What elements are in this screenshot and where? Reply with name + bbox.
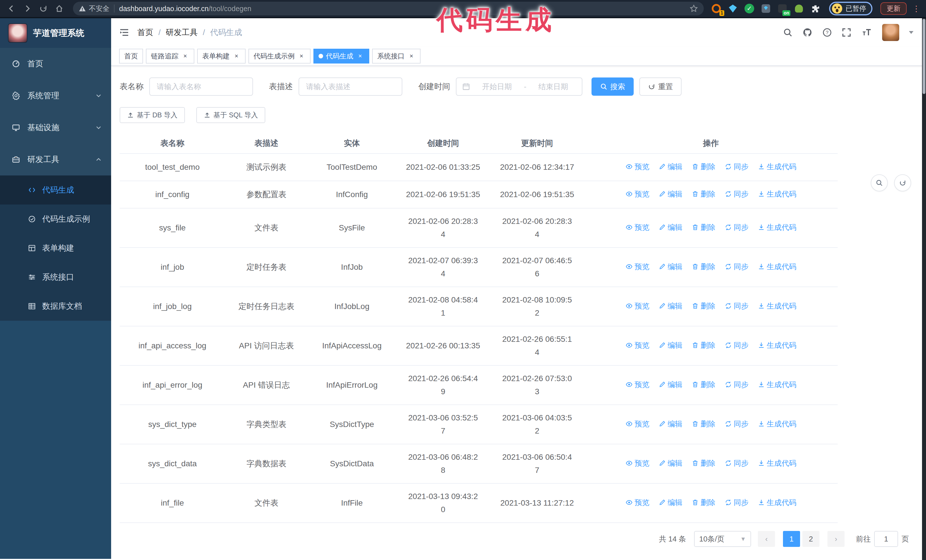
action-delete[interactable]: 删除 <box>691 187 716 201</box>
action-generate[interactable]: 生成代码 <box>758 160 796 173</box>
action-preview[interactable]: 预览 <box>625 260 649 273</box>
submenu-item-1[interactable]: 代码生成示例 <box>0 205 111 234</box>
action-edit[interactable]: 编辑 <box>658 339 682 352</box>
browser-profile-chip[interactable]: 已暂停 <box>829 2 872 15</box>
action-edit[interactable]: 编辑 <box>658 496 682 509</box>
extension-icon-dark[interactable]: on <box>777 3 788 14</box>
action-sync[interactable]: 同步 <box>725 457 749 470</box>
forward-icon[interactable] <box>21 2 34 15</box>
action-sync[interactable]: 同步 <box>725 221 749 234</box>
submenu-item-4[interactable]: 数据库文档 <box>0 292 111 321</box>
kebab-menu-icon[interactable]: ⋮ <box>912 4 920 14</box>
close-icon[interactable]: × <box>181 52 189 60</box>
action-preview[interactable]: 预览 <box>625 339 649 352</box>
security-warning[interactable]: 不安全 <box>79 4 109 13</box>
bookmark-star-icon[interactable] <box>690 4 698 13</box>
page-size-select[interactable]: 10条/页 ▼ <box>694 531 751 547</box>
action-sync[interactable]: 同步 <box>725 496 749 509</box>
action-sync[interactable]: 同步 <box>725 260 749 273</box>
action-preview[interactable]: 预览 <box>625 378 649 391</box>
action-sync[interactable]: 同步 <box>725 187 749 201</box>
import-sql-button[interactable]: 基于 SQL 导入 <box>196 107 265 123</box>
action-generate[interactable]: 生成代码 <box>758 187 796 201</box>
action-preview[interactable]: 预览 <box>625 160 649 173</box>
action-delete[interactable]: 删除 <box>691 378 716 391</box>
action-edit[interactable]: 编辑 <box>658 187 682 201</box>
close-icon[interactable]: × <box>298 52 306 60</box>
action-sync[interactable]: 同步 <box>725 160 749 173</box>
action-delete[interactable]: 删除 <box>691 299 716 312</box>
chevron-down-icon[interactable] <box>909 31 914 36</box>
prev-page-button[interactable]: ‹ <box>758 531 775 547</box>
search-icon[interactable] <box>783 28 793 37</box>
user-avatar[interactable] <box>882 24 899 41</box>
table-desc-input[interactable] <box>299 77 402 96</box>
action-generate[interactable]: 生成代码 <box>758 417 796 430</box>
action-edit[interactable]: 编辑 <box>658 378 682 391</box>
font-size-icon[interactable] <box>861 28 872 37</box>
action-delete[interactable]: 删除 <box>691 221 716 234</box>
action-edit[interactable]: 编辑 <box>658 260 682 273</box>
help-icon[interactable]: ? <box>822 28 832 37</box>
fullscreen-icon[interactable] <box>842 28 851 37</box>
page-button-2[interactable]: 2 <box>802 531 819 547</box>
action-preview[interactable]: 预览 <box>625 187 649 201</box>
extension-icon-check[interactable]: ✓ <box>744 3 755 14</box>
jumper-input[interactable] <box>874 531 898 547</box>
action-generate[interactable]: 生成代码 <box>758 339 796 352</box>
home-icon[interactable] <box>53 2 66 15</box>
hamburger-icon[interactable] <box>119 27 129 38</box>
refresh-icon[interactable] <box>36 2 50 15</box>
breadcrumb-home[interactable]: 首页 <box>137 27 153 38</box>
action-sync[interactable]: 同步 <box>725 378 749 391</box>
action-preview[interactable]: 预览 <box>625 457 649 470</box>
tab-3[interactable]: 代码生成示例× <box>248 49 310 63</box>
reset-button[interactable]: 重置 <box>639 77 682 96</box>
action-preview[interactable]: 预览 <box>625 221 649 234</box>
page-button-1[interactable]: 1 <box>783 531 800 547</box>
action-generate[interactable]: 生成代码 <box>758 299 796 312</box>
update-button[interactable]: 更新 <box>881 2 906 15</box>
extension-icon-gem[interactable] <box>727 3 738 14</box>
close-icon[interactable]: × <box>407 52 415 60</box>
action-preview[interactable]: 预览 <box>625 417 649 430</box>
tab-0[interactable]: 首页 <box>119 49 143 63</box>
submenu-item-2[interactable]: 表单构建 <box>0 234 111 263</box>
github-icon[interactable] <box>802 27 813 38</box>
breadcrumb-tools[interactable]: 研发工具 <box>166 27 198 38</box>
search-button[interactable]: 搜索 <box>592 77 634 96</box>
action-sync[interactable]: 同步 <box>725 339 749 352</box>
import-db-button[interactable]: 基于 DB 导入 <box>120 107 185 123</box>
action-edit[interactable]: 编辑 <box>658 457 682 470</box>
action-delete[interactable]: 删除 <box>691 457 716 470</box>
extensions-puzzle-icon[interactable] <box>810 3 821 14</box>
action-generate[interactable]: 生成代码 <box>758 496 796 509</box>
action-generate[interactable]: 生成代码 <box>758 457 796 470</box>
submenu-item-0[interactable]: 代码生成 <box>0 175 111 205</box>
back-icon[interactable] <box>5 2 18 15</box>
tab-1[interactable]: 链路追踪× <box>146 49 194 63</box>
close-icon[interactable]: × <box>233 52 241 60</box>
tab-2[interactable]: 表单构建× <box>197 49 246 63</box>
date-range-picker[interactable]: 开始日期 - 结束日期 <box>456 77 583 96</box>
close-icon[interactable]: × <box>356 52 364 60</box>
action-generate[interactable]: 生成代码 <box>758 260 796 273</box>
address-bar[interactable]: 不安全 dashboard.yudao.iocoder.cn/tool/code… <box>73 2 704 15</box>
action-edit[interactable]: 编辑 <box>658 417 682 430</box>
action-delete[interactable]: 删除 <box>691 496 716 509</box>
table-name-input[interactable] <box>149 77 253 96</box>
extension-icon-orange[interactable]: 1 <box>711 3 722 14</box>
action-preview[interactable]: 预览 <box>625 496 649 509</box>
tab-5[interactable]: 系统接口× <box>372 49 421 63</box>
action-sync[interactable]: 同步 <box>725 299 749 312</box>
scrollbar-thumb[interactable] <box>923 19 925 94</box>
action-delete[interactable]: 删除 <box>691 260 716 273</box>
toggle-search-icon[interactable] <box>871 174 888 192</box>
action-edit[interactable]: 编辑 <box>658 160 682 173</box>
action-delete[interactable]: 删除 <box>691 417 716 430</box>
extension-icon-key[interactable] <box>793 3 805 14</box>
action-edit[interactable]: 编辑 <box>658 221 682 234</box>
extension-icon-stack[interactable] <box>760 3 772 14</box>
action-generate[interactable]: 生成代码 <box>758 221 796 234</box>
app-logo[interactable]: 芋道管理系统 <box>0 18 111 48</box>
